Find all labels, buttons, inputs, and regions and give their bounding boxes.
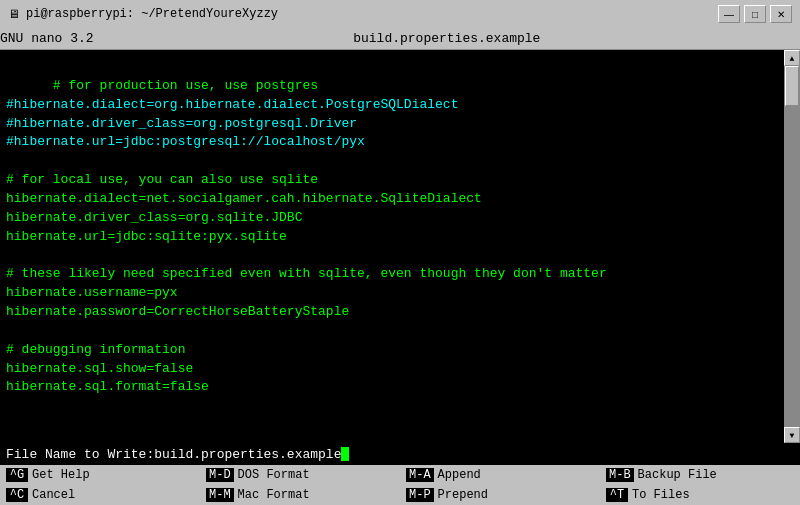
window: 🖥 pi@raspberrypi: ~/PretendYoureXyzzy — … — [0, 0, 800, 505]
filename-value: build.properties.example — [154, 447, 341, 462]
close-button[interactable]: ✕ — [770, 5, 792, 23]
desc-cancel: Cancel — [32, 488, 75, 502]
shortcut-cancel[interactable]: ^C Cancel — [0, 485, 200, 505]
title-bar-left: 🖥 pi@raspberrypi: ~/PretendYoureXyzzy — [8, 7, 278, 22]
shortcut-get-help[interactable]: ^G Get Help — [0, 465, 200, 485]
key-get-help: ^G — [6, 468, 28, 482]
minimize-button[interactable]: — — [718, 5, 740, 23]
editor-area[interactable]: # for production use, use postgres #hibe… — [0, 50, 784, 443]
key-append: M-A — [406, 468, 434, 482]
filename-label: File Name to Write: — [6, 447, 154, 462]
shortcut-append[interactable]: M-A Append — [400, 465, 600, 485]
key-to-files: ^T — [606, 488, 628, 502]
shortcut-mac-format[interactable]: M-M Mac Format — [200, 485, 400, 505]
maximize-button[interactable]: □ — [744, 5, 766, 23]
nano-version: GNU nano 3.2 — [0, 31, 94, 46]
key-cancel: ^C — [6, 488, 28, 502]
window-title: pi@raspberrypi: ~/PretendYoureXyzzy — [26, 7, 278, 21]
key-dos-format: M-D — [206, 468, 234, 482]
key-mac-format: M-M — [206, 488, 234, 502]
scroll-track — [784, 66, 800, 427]
scrollbar[interactable]: ▲ ▼ — [784, 50, 800, 443]
desc-dos-format: DOS Format — [238, 468, 310, 482]
desc-to-files: To Files — [632, 488, 690, 502]
title-bar-controls: — □ ✕ — [718, 5, 792, 23]
scroll-down-button[interactable]: ▼ — [784, 427, 800, 443]
desc-prepend: Prepend — [438, 488, 488, 502]
filename-bar: File Name to Write: build.properties.exa… — [0, 443, 800, 465]
title-bar: 🖥 pi@raspberrypi: ~/PretendYoureXyzzy — … — [0, 0, 800, 28]
scroll-thumb[interactable] — [785, 66, 799, 106]
key-prepend: M-P — [406, 488, 434, 502]
bottom-bar: File Name to Write: build.properties.exa… — [0, 443, 800, 505]
cursor — [341, 447, 349, 461]
shortcut-prepend[interactable]: M-P Prepend — [400, 485, 600, 505]
desc-backup-file: Backup File — [638, 468, 717, 482]
content-area: # for production use, use postgres #hibe… — [0, 50, 800, 443]
desc-get-help: Get Help — [32, 468, 90, 482]
terminal-icon: 🖥 — [8, 7, 20, 22]
shortcut-to-files[interactable]: ^T To Files — [600, 485, 800, 505]
scroll-up-button[interactable]: ▲ — [784, 50, 800, 66]
editor-content: # for production use, use postgres #hibe… — [6, 78, 607, 395]
desc-append: Append — [438, 468, 481, 482]
shortcut-backup-file[interactable]: M-B Backup File — [600, 465, 800, 485]
shortcut-dos-format[interactable]: M-D DOS Format — [200, 465, 400, 485]
shortcut-bar: ^G Get Help M-D DOS Format M-A Append M-… — [0, 465, 800, 505]
nano-filename: build.properties.example — [94, 31, 800, 46]
nano-header: GNU nano 3.2 build.properties.example — [0, 28, 800, 50]
key-backup-file: M-B — [606, 468, 634, 482]
desc-mac-format: Mac Format — [238, 488, 310, 502]
